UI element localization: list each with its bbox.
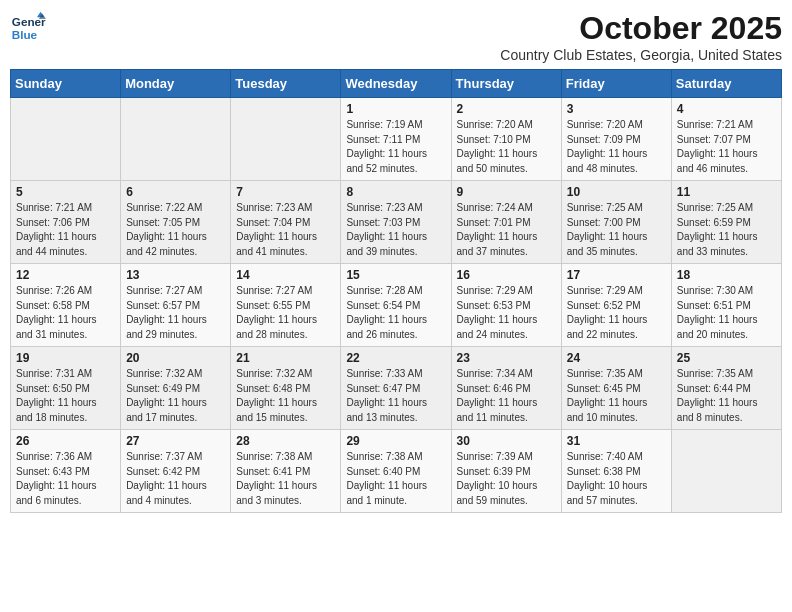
- calendar-cell: 25Sunrise: 7:35 AM Sunset: 6:44 PM Dayli…: [671, 347, 781, 430]
- calendar-cell: 20Sunrise: 7:32 AM Sunset: 6:49 PM Dayli…: [121, 347, 231, 430]
- day-info: Sunrise: 7:25 AM Sunset: 6:59 PM Dayligh…: [677, 201, 776, 259]
- day-info: Sunrise: 7:20 AM Sunset: 7:09 PM Dayligh…: [567, 118, 666, 176]
- day-number: 18: [677, 268, 776, 282]
- day-info: Sunrise: 7:20 AM Sunset: 7:10 PM Dayligh…: [457, 118, 556, 176]
- day-info: Sunrise: 7:29 AM Sunset: 6:52 PM Dayligh…: [567, 284, 666, 342]
- day-info: Sunrise: 7:31 AM Sunset: 6:50 PM Dayligh…: [16, 367, 115, 425]
- day-info: Sunrise: 7:27 AM Sunset: 6:55 PM Dayligh…: [236, 284, 335, 342]
- calendar-week-row: 19Sunrise: 7:31 AM Sunset: 6:50 PM Dayli…: [11, 347, 782, 430]
- day-info: Sunrise: 7:39 AM Sunset: 6:39 PM Dayligh…: [457, 450, 556, 508]
- day-number: 11: [677, 185, 776, 199]
- calendar-cell: [121, 98, 231, 181]
- calendar-cell: 4Sunrise: 7:21 AM Sunset: 7:07 PM Daylig…: [671, 98, 781, 181]
- day-number: 30: [457, 434, 556, 448]
- day-info: Sunrise: 7:23 AM Sunset: 7:04 PM Dayligh…: [236, 201, 335, 259]
- day-info: Sunrise: 7:25 AM Sunset: 7:00 PM Dayligh…: [567, 201, 666, 259]
- day-number: 21: [236, 351, 335, 365]
- calendar-cell: 19Sunrise: 7:31 AM Sunset: 6:50 PM Dayli…: [11, 347, 121, 430]
- weekday-header: Tuesday: [231, 70, 341, 98]
- weekday-header: Friday: [561, 70, 671, 98]
- calendar-cell: 28Sunrise: 7:38 AM Sunset: 6:41 PM Dayli…: [231, 430, 341, 513]
- day-info: Sunrise: 7:37 AM Sunset: 6:42 PM Dayligh…: [126, 450, 225, 508]
- calendar-cell: [231, 98, 341, 181]
- day-number: 3: [567, 102, 666, 116]
- day-info: Sunrise: 7:32 AM Sunset: 6:49 PM Dayligh…: [126, 367, 225, 425]
- weekday-header: Thursday: [451, 70, 561, 98]
- day-number: 25: [677, 351, 776, 365]
- calendar-cell: 14Sunrise: 7:27 AM Sunset: 6:55 PM Dayli…: [231, 264, 341, 347]
- day-number: 15: [346, 268, 445, 282]
- day-info: Sunrise: 7:21 AM Sunset: 7:07 PM Dayligh…: [677, 118, 776, 176]
- calendar-cell: 22Sunrise: 7:33 AM Sunset: 6:47 PM Dayli…: [341, 347, 451, 430]
- day-number: 6: [126, 185, 225, 199]
- day-number: 27: [126, 434, 225, 448]
- calendar-cell: 2Sunrise: 7:20 AM Sunset: 7:10 PM Daylig…: [451, 98, 561, 181]
- day-info: Sunrise: 7:21 AM Sunset: 7:06 PM Dayligh…: [16, 201, 115, 259]
- calendar-cell: 31Sunrise: 7:40 AM Sunset: 6:38 PM Dayli…: [561, 430, 671, 513]
- calendar-cell: 21Sunrise: 7:32 AM Sunset: 6:48 PM Dayli…: [231, 347, 341, 430]
- day-number: 14: [236, 268, 335, 282]
- day-number: 7: [236, 185, 335, 199]
- location-subtitle: Country Club Estates, Georgia, United St…: [500, 47, 782, 63]
- calendar-cell: 18Sunrise: 7:30 AM Sunset: 6:51 PM Dayli…: [671, 264, 781, 347]
- calendar-week-row: 12Sunrise: 7:26 AM Sunset: 6:58 PM Dayli…: [11, 264, 782, 347]
- calendar-cell: 24Sunrise: 7:35 AM Sunset: 6:45 PM Dayli…: [561, 347, 671, 430]
- day-info: Sunrise: 7:30 AM Sunset: 6:51 PM Dayligh…: [677, 284, 776, 342]
- page-header: General Blue October 2025 Country Club E…: [10, 10, 782, 63]
- day-number: 20: [126, 351, 225, 365]
- calendar-week-row: 5Sunrise: 7:21 AM Sunset: 7:06 PM Daylig…: [11, 181, 782, 264]
- weekday-header: Sunday: [11, 70, 121, 98]
- day-info: Sunrise: 7:26 AM Sunset: 6:58 PM Dayligh…: [16, 284, 115, 342]
- day-info: Sunrise: 7:24 AM Sunset: 7:01 PM Dayligh…: [457, 201, 556, 259]
- day-info: Sunrise: 7:22 AM Sunset: 7:05 PM Dayligh…: [126, 201, 225, 259]
- calendar-cell: 15Sunrise: 7:28 AM Sunset: 6:54 PM Dayli…: [341, 264, 451, 347]
- calendar-cell: 8Sunrise: 7:23 AM Sunset: 7:03 PM Daylig…: [341, 181, 451, 264]
- day-info: Sunrise: 7:35 AM Sunset: 6:44 PM Dayligh…: [677, 367, 776, 425]
- calendar-cell: 12Sunrise: 7:26 AM Sunset: 6:58 PM Dayli…: [11, 264, 121, 347]
- calendar-cell: [671, 430, 781, 513]
- calendar-cell: 1Sunrise: 7:19 AM Sunset: 7:11 PM Daylig…: [341, 98, 451, 181]
- title-block: October 2025 Country Club Estates, Georg…: [500, 10, 782, 63]
- svg-text:Blue: Blue: [12, 28, 38, 41]
- day-number: 17: [567, 268, 666, 282]
- day-number: 31: [567, 434, 666, 448]
- calendar-cell: 30Sunrise: 7:39 AM Sunset: 6:39 PM Dayli…: [451, 430, 561, 513]
- calendar-cell: [11, 98, 121, 181]
- day-number: 29: [346, 434, 445, 448]
- calendar-cell: 17Sunrise: 7:29 AM Sunset: 6:52 PM Dayli…: [561, 264, 671, 347]
- calendar-cell: 11Sunrise: 7:25 AM Sunset: 6:59 PM Dayli…: [671, 181, 781, 264]
- calendar-week-row: 1Sunrise: 7:19 AM Sunset: 7:11 PM Daylig…: [11, 98, 782, 181]
- day-info: Sunrise: 7:33 AM Sunset: 6:47 PM Dayligh…: [346, 367, 445, 425]
- calendar-cell: 10Sunrise: 7:25 AM Sunset: 7:00 PM Dayli…: [561, 181, 671, 264]
- month-title: October 2025: [500, 10, 782, 47]
- calendar-header: SundayMondayTuesdayWednesdayThursdayFrid…: [11, 70, 782, 98]
- day-number: 28: [236, 434, 335, 448]
- calendar-cell: 6Sunrise: 7:22 AM Sunset: 7:05 PM Daylig…: [121, 181, 231, 264]
- day-info: Sunrise: 7:35 AM Sunset: 6:45 PM Dayligh…: [567, 367, 666, 425]
- calendar-body: 1Sunrise: 7:19 AM Sunset: 7:11 PM Daylig…: [11, 98, 782, 513]
- logo: General Blue: [10, 10, 46, 46]
- day-number: 12: [16, 268, 115, 282]
- day-number: 19: [16, 351, 115, 365]
- day-number: 23: [457, 351, 556, 365]
- calendar-cell: 7Sunrise: 7:23 AM Sunset: 7:04 PM Daylig…: [231, 181, 341, 264]
- calendar-cell: 16Sunrise: 7:29 AM Sunset: 6:53 PM Dayli…: [451, 264, 561, 347]
- day-number: 2: [457, 102, 556, 116]
- day-info: Sunrise: 7:23 AM Sunset: 7:03 PM Dayligh…: [346, 201, 445, 259]
- day-info: Sunrise: 7:36 AM Sunset: 6:43 PM Dayligh…: [16, 450, 115, 508]
- calendar-cell: 23Sunrise: 7:34 AM Sunset: 6:46 PM Dayli…: [451, 347, 561, 430]
- calendar-cell: 27Sunrise: 7:37 AM Sunset: 6:42 PM Dayli…: [121, 430, 231, 513]
- calendar-cell: 13Sunrise: 7:27 AM Sunset: 6:57 PM Dayli…: [121, 264, 231, 347]
- weekday-header: Saturday: [671, 70, 781, 98]
- day-number: 22: [346, 351, 445, 365]
- calendar-cell: 3Sunrise: 7:20 AM Sunset: 7:09 PM Daylig…: [561, 98, 671, 181]
- day-number: 5: [16, 185, 115, 199]
- day-number: 16: [457, 268, 556, 282]
- weekday-row: SundayMondayTuesdayWednesdayThursdayFrid…: [11, 70, 782, 98]
- day-info: Sunrise: 7:38 AM Sunset: 6:40 PM Dayligh…: [346, 450, 445, 508]
- day-info: Sunrise: 7:38 AM Sunset: 6:41 PM Dayligh…: [236, 450, 335, 508]
- day-number: 4: [677, 102, 776, 116]
- weekday-header: Wednesday: [341, 70, 451, 98]
- calendar-week-row: 26Sunrise: 7:36 AM Sunset: 6:43 PM Dayli…: [11, 430, 782, 513]
- day-number: 9: [457, 185, 556, 199]
